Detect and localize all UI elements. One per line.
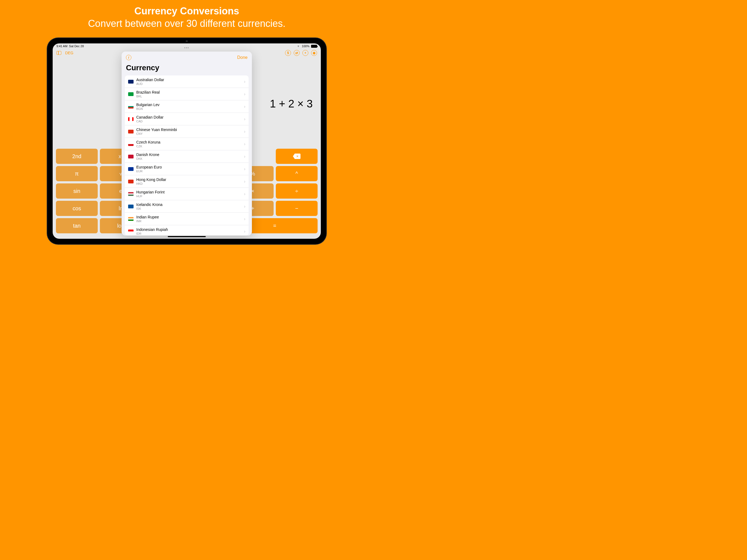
flag-icon-id xyxy=(128,230,133,233)
ipad-device-frame: 9:41 AM Sat Dec 28 ••• ᯤ 100% DEG $ ⇄ + … xyxy=(47,38,326,244)
key-pi[interactable]: π xyxy=(56,166,98,181)
currency-info: Danish Krone DKK xyxy=(136,153,241,160)
ipad-screen: 9:41 AM Sat Dec 28 ••• ᯤ 100% DEG $ ⇄ + … xyxy=(53,44,321,239)
currency-item-cny[interactable]: Chinese Yuan Renminbi CNY › xyxy=(125,125,249,138)
currency-code: CNY xyxy=(136,132,241,135)
currency-item-inr[interactable]: Indian Rupee INR › xyxy=(125,213,249,225)
flag-icon-cz xyxy=(128,142,133,146)
flag-icon-au xyxy=(128,80,133,84)
home-indicator[interactable] xyxy=(168,236,206,237)
currency-name: Danish Krone xyxy=(136,153,241,157)
flag-icon-is xyxy=(128,205,133,208)
battery-percent: 100% xyxy=(302,45,309,48)
currency-name: Hungarian Forint xyxy=(136,190,241,194)
currency-item-czk[interactable]: Czech Koruna CZK › xyxy=(125,138,249,150)
key-caret[interactable]: ^ xyxy=(276,166,317,181)
flag-icon-cn xyxy=(128,130,133,133)
status-time: 9:41 AM xyxy=(56,45,67,48)
currency-name: Czech Koruna xyxy=(136,140,241,144)
currency-item-eur[interactable]: European Euro EUR › xyxy=(125,163,249,175)
currency-item-brl[interactable]: Brazilian Real BRL › xyxy=(125,88,249,100)
currency-info: Australian Dollar AUD xyxy=(136,78,241,85)
currency-info: Czech Koruna CZK xyxy=(136,140,241,148)
currency-name: European Euro xyxy=(136,165,241,169)
currency-item-bgn[interactable]: Bulgarian Lev BGN › xyxy=(125,100,249,113)
record-button[interactable]: ◉ xyxy=(311,50,317,56)
backspace-icon xyxy=(293,154,301,159)
modal-title: Currency xyxy=(122,62,252,75)
chevron-right-icon: › xyxy=(244,179,246,184)
flag-icon-eu xyxy=(128,167,133,171)
currency-item-idr[interactable]: Indonesian Rupiah IDR › xyxy=(125,225,249,236)
currency-code: BGN xyxy=(136,107,241,110)
currency-code: EUR xyxy=(136,169,241,173)
currency-code: INR xyxy=(136,219,241,223)
flag-icon-bg xyxy=(128,105,133,109)
currency-code: AUD xyxy=(136,82,241,85)
currency-name: Brazilian Real xyxy=(136,90,241,95)
promo-subtitle: Convert between over 30 different curren… xyxy=(0,18,374,29)
flag-icon-in xyxy=(128,217,133,221)
chevron-right-icon: › xyxy=(244,167,246,171)
chevron-right-icon: › xyxy=(244,216,246,221)
currency-info: Icelandic Krona ISK xyxy=(136,203,241,210)
angle-mode-button[interactable]: DEG xyxy=(65,51,73,55)
currency-name: Chinese Yuan Renminbi xyxy=(136,128,241,132)
modal-header: i Done xyxy=(122,52,252,62)
currency-modal: i Done Currency Australian Dollar AUD › … xyxy=(122,52,252,236)
flag-icon-br xyxy=(128,92,133,96)
currency-code: IDR xyxy=(136,232,241,235)
status-date: Sat Dec 28 xyxy=(69,45,84,48)
currency-info: European Euro EUR xyxy=(136,165,241,173)
currency-item-huf[interactable]: Hungarian Forint HUF › xyxy=(125,188,249,200)
currency-code: HUF xyxy=(136,194,241,198)
currency-name: Icelandic Krona xyxy=(136,203,241,207)
info-icon[interactable]: i xyxy=(126,55,131,60)
currency-info: Bulgarian Lev BGN xyxy=(136,103,241,110)
currency-code: CAD xyxy=(136,119,241,123)
currency-button[interactable]: $ xyxy=(285,50,291,56)
chevron-right-icon: › xyxy=(244,229,246,234)
chevron-right-icon: › xyxy=(244,117,246,122)
currency-item-aud[interactable]: Australian Dollar AUD › xyxy=(125,75,249,88)
swap-button[interactable]: ⇄ xyxy=(294,50,300,56)
key-divide[interactable]: ÷ xyxy=(276,183,317,198)
currency-info: Indian Rupee INR xyxy=(136,215,241,223)
currency-info: Hong Kong Dollar HKD xyxy=(136,178,241,185)
currency-info: Hungarian Forint HUF xyxy=(136,190,241,198)
currency-name: Canadian Dollar xyxy=(136,115,241,119)
chevron-right-icon: › xyxy=(244,129,246,134)
flag-icon-hk xyxy=(128,180,133,183)
expression-display: 1 + 2 × 3 xyxy=(270,98,313,110)
done-button[interactable]: Done xyxy=(237,55,248,60)
currency-name: Australian Dollar xyxy=(136,78,241,82)
chevron-right-icon: › xyxy=(244,79,246,84)
key-sin[interactable]: sin xyxy=(56,183,98,198)
currency-item-cad[interactable]: Canadian Dollar CAD › xyxy=(125,113,249,125)
key-minus[interactable]: − xyxy=(276,201,317,216)
flag-icon-hu xyxy=(128,192,133,196)
currency-code: BRL xyxy=(136,95,241,98)
currency-code: CZK xyxy=(136,144,241,148)
status-bar: 9:41 AM Sat Dec 28 ••• ᯤ 100% xyxy=(53,44,321,48)
currency-item-hkd[interactable]: Hong Kong Dollar HKD › xyxy=(125,175,249,188)
key-cos[interactable]: cos xyxy=(56,201,98,216)
currency-item-isk[interactable]: Icelandic Krona ISK › xyxy=(125,200,249,213)
currency-info: Brazilian Real BRL xyxy=(136,90,241,98)
currency-name: Bulgarian Lev xyxy=(136,103,241,107)
currency-info: Chinese Yuan Renminbi CNY xyxy=(136,128,241,135)
key-2nd[interactable]: 2nd xyxy=(56,149,98,164)
currency-list[interactable]: Australian Dollar AUD › Brazilian Real B… xyxy=(125,75,249,236)
flag-icon-ca xyxy=(128,117,133,121)
currency-info: Indonesian Rupiah IDR xyxy=(136,228,241,235)
multitask-dots-icon[interactable]: ••• xyxy=(184,46,189,50)
currency-name: Indian Rupee xyxy=(136,215,241,219)
chevron-right-icon: › xyxy=(244,204,246,209)
key-backspace[interactable] xyxy=(276,149,317,164)
key-tan[interactable]: tan xyxy=(56,218,98,233)
sidebar-toggle-icon[interactable] xyxy=(56,51,61,55)
add-button[interactable]: + xyxy=(302,50,308,56)
chevron-right-icon: › xyxy=(244,92,246,97)
currency-name: Indonesian Rupiah xyxy=(136,228,241,232)
currency-item-dkk[interactable]: Danish Krone DKK › xyxy=(125,150,249,163)
